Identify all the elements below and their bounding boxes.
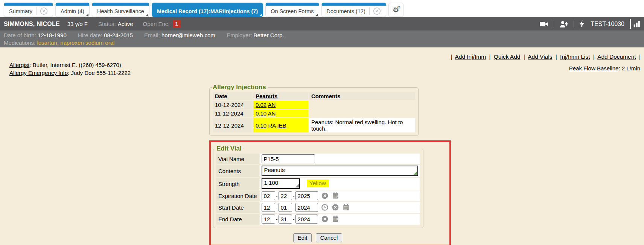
status-label: Status: xyxy=(98,21,116,27)
flowsheet-button[interactable] xyxy=(630,19,641,29)
dob: Date of birth: 12-18-1990 xyxy=(4,32,67,38)
separator: : xyxy=(29,62,32,68)
email-value: horner@mieweb.com xyxy=(161,32,215,38)
edit-button[interactable]: Edit xyxy=(293,233,312,242)
cancel-button[interactable]: Cancel xyxy=(316,233,343,242)
tab-summary[interactable]: Summary xyxy=(4,3,53,17)
tab-medical-record[interactable]: Medical Record (17):MAR/Injections (7) xyxy=(152,3,263,17)
patient-status: Status:Active xyxy=(98,21,133,27)
medications-value[interactable]: losartan, naproxen sodium oral xyxy=(37,40,114,46)
vial-name-input[interactable] xyxy=(262,154,315,163)
start-day-input[interactable] xyxy=(279,203,292,212)
divider xyxy=(554,20,554,28)
separator: | xyxy=(592,53,596,60)
dropdown-fold-icon xyxy=(260,14,262,16)
tab-on-screen-forms[interactable]: On Screen Forms xyxy=(265,3,319,17)
table-row: 12-12-2024 0.10 RA IEB Peanuts: Normal r… xyxy=(213,118,415,132)
allergy-injections-table: Date Peanuts Comments 10-12-2024 0.02 AN… xyxy=(212,91,416,133)
date-separator: - xyxy=(276,193,278,199)
open-enc-badge[interactable]: 1 xyxy=(173,20,180,27)
clear-date-icon[interactable] xyxy=(321,215,329,224)
end-month-input[interactable] xyxy=(262,215,275,224)
video-camera-icon[interactable] xyxy=(539,20,549,28)
injection-date: 10-12-2024 xyxy=(213,101,253,109)
external-link-icon[interactable] xyxy=(36,7,48,15)
resize-handle-icon[interactable] xyxy=(414,171,417,175)
dose-link[interactable]: 0.10 xyxy=(256,122,266,129)
patient-banner: SIMMONS, NICOLE 33 y/o F Status:Active O… xyxy=(0,17,644,30)
peanuts-column-link[interactable]: Peanuts xyxy=(256,93,277,99)
contents-textarea[interactable]: Peanuts xyxy=(262,166,418,176)
dropdown-fold-icon xyxy=(86,14,88,16)
injection-comment: Peanuts: Normal red swelling. Hot to tou… xyxy=(309,118,415,132)
injection-dose-cell: 0.02 AN xyxy=(253,101,308,109)
code-link[interactable]: AN xyxy=(268,110,276,117)
expiration-year-input[interactable] xyxy=(295,191,318,200)
start-year-input[interactable] xyxy=(295,203,318,212)
end-year-input[interactable] xyxy=(295,215,318,224)
allergy-emergency-link[interactable]: Allergy Emergency Info xyxy=(9,70,68,76)
resize-handle-icon[interactable] xyxy=(295,184,299,187)
demographics-banner: Date of birth: 12-18-1990 Hire date: 08-… xyxy=(0,30,644,47)
main-content: Allergist: Butler, Internist E. ((260) 4… xyxy=(0,47,644,245)
allergy-injections-legend: Allergy Injections xyxy=(212,84,268,91)
quick-add-link[interactable]: Quick Add xyxy=(494,53,521,60)
date-separator: - xyxy=(293,193,295,199)
email: Email: horner@mieweb.com xyxy=(144,32,215,38)
start-date-label: Start Date xyxy=(216,202,259,213)
calendar-icon[interactable] xyxy=(342,204,350,212)
col-date: Date xyxy=(213,92,253,100)
add-person-icon[interactable] xyxy=(559,20,569,28)
strength-textarea[interactable]: 1:100 xyxy=(262,178,300,189)
tab-medical-record-label: Medical Record (17):MAR/Injections (7) xyxy=(157,8,258,14)
form-row-strength: Strength 1:100 Yellow xyxy=(216,178,420,190)
expiration-month-input[interactable] xyxy=(262,191,275,200)
dob-value: 12-18-1990 xyxy=(38,32,67,38)
divider xyxy=(574,20,574,28)
settings-button[interactable]: ⚙ ⚙ xyxy=(388,3,403,17)
form-row-start-date: Start Date -- xyxy=(216,202,420,213)
tab-health-surveillance[interactable]: Health Surveillance xyxy=(92,3,149,17)
peak-flow-baseline: Peak Flow Baseline: 2 L/min xyxy=(569,65,640,72)
peak-flow-value: 2 L/min xyxy=(622,65,640,72)
lightning-icon[interactable] xyxy=(579,20,585,28)
patient-id: TEST-10030 xyxy=(591,21,624,27)
end-day-input[interactable] xyxy=(279,215,292,224)
email-label: Email: xyxy=(144,32,160,38)
start-month-input[interactable] xyxy=(262,203,275,212)
tab-documents[interactable]: Documents (12) xyxy=(321,3,386,17)
expiration-date-label: Expiration Date xyxy=(216,190,259,201)
date-separator: - xyxy=(293,216,295,222)
hire-label: Hire date: xyxy=(78,32,102,38)
clock-icon[interactable] xyxy=(321,204,329,212)
dose-link[interactable]: 0.10 xyxy=(256,110,266,117)
dob-label: Date of birth: xyxy=(4,32,36,38)
tab-admin[interactable]: Admin (4) xyxy=(55,3,90,17)
add-vials-link[interactable]: Add Vials xyxy=(528,53,552,60)
inj-imm-list-link[interactable]: Inj/Imm List xyxy=(560,53,590,60)
tab-summary-label: Summary xyxy=(9,8,32,14)
peak-flow-link[interactable]: Peak Flow Baseline xyxy=(569,65,619,72)
vial-name-label: Vial Name xyxy=(216,154,259,164)
external-link-icon[interactable] xyxy=(369,7,381,15)
clear-date-icon[interactable] xyxy=(321,192,329,201)
bar-chart-icon xyxy=(633,20,641,28)
clear-date-icon[interactable] xyxy=(332,204,339,212)
add-inj-imm-link[interactable]: Add Inj/Imm xyxy=(455,53,486,60)
separator: : xyxy=(618,65,621,72)
form-row-vial-name: Vial Name xyxy=(216,154,420,164)
dose-link[interactable]: 0.02 xyxy=(256,102,266,108)
calendar-icon[interactable] xyxy=(332,215,339,224)
tab-on-screen-forms-label: On Screen Forms xyxy=(271,8,314,14)
expiration-day-input[interactable] xyxy=(279,191,292,200)
injection-date: 11-12-2024 xyxy=(213,110,253,117)
col-comments: Comments xyxy=(309,92,415,100)
add-document-link[interactable]: Add Document xyxy=(597,53,636,60)
code-link[interactable]: AN xyxy=(268,102,276,108)
tab-documents-label: Documents (12) xyxy=(327,8,365,14)
calendar-icon[interactable] xyxy=(332,192,339,201)
code-link[interactable]: IEB xyxy=(277,122,286,129)
date-separator: - xyxy=(276,216,278,222)
allergist-link[interactable]: Allergist xyxy=(9,62,29,68)
gears-icon-small: ⚙ xyxy=(397,5,401,9)
